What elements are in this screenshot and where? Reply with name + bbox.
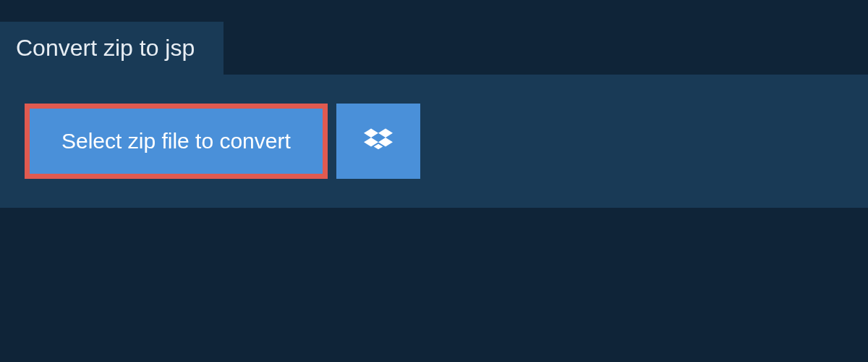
select-file-label: Select zip file to convert: [61, 129, 291, 153]
dropbox-button[interactable]: [336, 104, 420, 179]
select-file-button[interactable]: Select zip file to convert: [25, 104, 328, 179]
main-panel: Select zip file to convert: [0, 75, 868, 208]
dropbox-icon: [364, 127, 393, 156]
page-title: Convert zip to jsp: [16, 35, 195, 61]
button-row: Select zip file to convert: [25, 104, 843, 179]
tab-header: Convert zip to jsp: [0, 22, 224, 75]
